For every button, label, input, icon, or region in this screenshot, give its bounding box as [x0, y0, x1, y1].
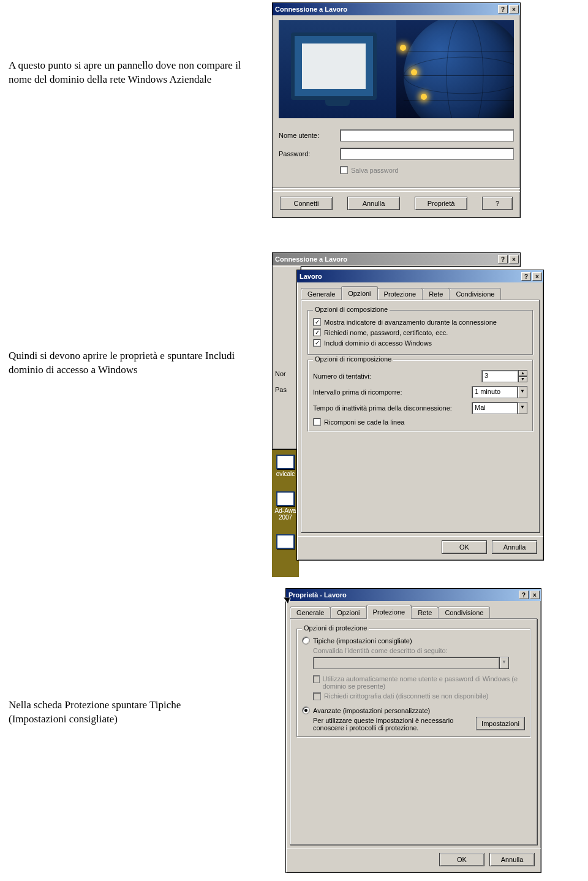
titlebar-lavoro[interactable]: Lavoro ? × [297, 270, 543, 282]
cancel-button[interactable]: Annulla [492, 540, 537, 554]
partial-label-nor: Nor [275, 370, 298, 377]
title-inactive: Connessione a Lavoro [275, 255, 497, 263]
help-button[interactable]: ? [482, 197, 513, 210]
desktop-icon-adaware[interactable]: Ad-Awa 2007 [273, 491, 298, 521]
checkbox-require-encryption [313, 692, 321, 700]
dialog-connection-inactive: Connessione a Lavoro ? × [272, 252, 521, 267]
dialog-proprieta-lavoro: Proprietà - Lavoro ? × Generale Opzioni … [285, 588, 541, 873]
tab-opzioni[interactable]: Opzioni [341, 286, 377, 300]
save-password-label: Salva password [351, 167, 399, 174]
tab-rete[interactable]: Rete [422, 288, 450, 300]
tab-opzioni[interactable]: Opzioni [330, 607, 366, 618]
partial-label-pas: Pas [275, 386, 298, 393]
tab-protezione[interactable]: Protezione [366, 605, 412, 619]
username-label: Nome utente: [279, 132, 340, 139]
close-icon[interactable]: × [509, 5, 519, 13]
idle-combo[interactable]: Mai [472, 402, 518, 414]
group-compose-options: Opzioni di composizione ✓ Mostra indicat… [307, 310, 533, 355]
label-validate: Convalida l'identità come descritto di s… [302, 647, 525, 654]
dialog-connection: Connessione a Lavoro ? × Nome utente: [272, 2, 521, 218]
settings-button[interactable]: Impostazioni [476, 717, 525, 730]
desktop-icon-label: ovicalc [273, 471, 298, 477]
help-button-icon[interactable]: ? [521, 272, 531, 281]
username-input[interactable] [340, 129, 514, 142]
interval-combo[interactable]: 1 minuto [472, 386, 518, 398]
desktop-icon-label: Ad-Awa [273, 507, 298, 514]
label-prompt: Richiedi nome, password, certificato, ec… [324, 329, 448, 336]
group-security-legend: Opzioni di protezione [302, 624, 369, 632]
tab-generale[interactable]: Generale [290, 607, 331, 618]
title-proprieta: Proprietà - Lavoro [288, 591, 518, 599]
shortcut-icon [276, 455, 295, 469]
checkbox-include-domain[interactable]: ✓ [313, 339, 321, 347]
tab-rete[interactable]: Rete [411, 607, 439, 618]
close-icon[interactable]: × [532, 272, 542, 281]
desktop-icon-partial[interactable] [273, 534, 298, 550]
label-idle: Tempo di inattività prima della disconne… [313, 404, 472, 412]
label-include-domain: Includi dominio di accesso Windows [324, 339, 432, 347]
password-input[interactable] [340, 148, 514, 160]
properties-button[interactable]: Proprietà [415, 197, 467, 210]
ok-button[interactable]: OK [442, 540, 487, 554]
group-redial-options: Opzioni di ricomposizione Numero di tent… [307, 360, 533, 431]
doc-paragraph-3: Nella scheda Protezione spuntare Tipiche… [9, 698, 241, 727]
desktop-icon-ovicalc[interactable]: ovicalc [273, 455, 298, 477]
group-redial-legend: Opzioni di ricomposizione [313, 355, 393, 363]
close-icon[interactable]: × [530, 591, 540, 599]
titlebar-inactive[interactable]: Connessione a Lavoro ? × [273, 253, 520, 265]
label-redial-drop: Ricomponi se cade la linea [324, 418, 404, 426]
help-button-icon[interactable]: ? [498, 5, 508, 13]
group-security-options: Opzioni di protezione Tipiche (impostazi… [296, 629, 530, 737]
checkbox-auto-credentials [313, 675, 320, 683]
shortcut-icon [276, 534, 295, 549]
titlebar-connection[interactable]: Connessione a Lavoro ? × [273, 3, 520, 15]
label-interval: Intervallo prima di ricomporre: [313, 388, 472, 396]
label-auto-credentials: Utilizza automaticamente nome utente e p… [323, 675, 525, 690]
validate-combo [313, 657, 499, 669]
checkbox-progress[interactable]: ✓ [313, 318, 321, 326]
tab-protezione[interactable]: Protezione [377, 288, 423, 300]
ok-button[interactable]: OK [439, 853, 484, 866]
cancel-button[interactable]: Annulla [489, 853, 535, 866]
tabpanel-opzioni: Opzioni di composizione ✓ Mostra indicat… [301, 300, 540, 532]
dialog-lavoro: Lavoro ? × Generale Opzioni Protezione R… [296, 270, 544, 561]
tabstrip-proprieta: Generale Opzioni Protezione Rete Condivi… [286, 601, 541, 618]
tab-condivisione[interactable]: Condivisione [449, 288, 501, 300]
radio-advanced[interactable] [302, 706, 310, 714]
tab-generale[interactable]: Generale [301, 288, 342, 300]
desktop-icon-label: 2007 [273, 514, 298, 521]
spin-up-icon[interactable]: ▲ [518, 370, 527, 376]
radio-typical[interactable] [302, 637, 310, 645]
titlebar-proprieta[interactable]: Proprietà - Lavoro ? × [286, 589, 541, 601]
label-require-encryption: Richiedi crittografia dati (disconnetti … [324, 692, 488, 700]
doc-paragraph-1: A questo punto si apre un pannello dove … [9, 59, 241, 87]
password-label: Password: [279, 150, 340, 157]
close-icon[interactable]: × [509, 255, 519, 263]
checkbox-prompt[interactable]: ✓ [313, 328, 321, 336]
cancel-button[interactable]: Annulla [347, 197, 400, 210]
checkbox-redial-drop[interactable] [313, 418, 321, 426]
chevron-down-icon[interactable]: ▼ [518, 402, 527, 414]
tab-condivisione[interactable]: Condivisione [438, 607, 490, 618]
title-lavoro: Lavoro [300, 273, 520, 280]
tabpanel-protezione: Opzioni di protezione Tipiche (impostazi… [290, 618, 537, 845]
shortcut-icon [276, 491, 295, 506]
dialog-hero-image [279, 20, 514, 118]
label-progress: Mostra indicatore di avanzamento durante… [324, 319, 497, 326]
attempts-input[interactable]: 3 [481, 370, 518, 382]
label-advanced: Avanzate (impostazioni personalizzate) [313, 707, 430, 714]
label-advanced-hint: Per utilizzare queste impostazioni è nec… [313, 717, 471, 732]
doc-paragraph-2: Quindi si devono aprire le proprietà e s… [9, 349, 241, 377]
help-button-icon[interactable]: ? [519, 591, 529, 599]
help-button-icon[interactable]: ? [498, 255, 508, 263]
chevron-down-icon[interactable]: ▼ [518, 386, 527, 398]
label-attempts: Numero di tentativi: [313, 372, 481, 380]
save-password-checkbox[interactable] [340, 166, 348, 174]
spin-down-icon[interactable]: ▼ [518, 376, 527, 382]
tabstrip-lavoro: Generale Opzioni Protezione Rete Condivi… [297, 282, 543, 300]
chevron-down-icon: ▼ [499, 657, 509, 669]
label-typical: Tipiche (impostazioni consigliate) [313, 637, 412, 645]
title-connection: Connessione a Lavoro [275, 6, 497, 13]
group-compose-legend: Opzioni di composizione [313, 306, 390, 313]
connect-button[interactable]: Connetti [280, 197, 333, 210]
